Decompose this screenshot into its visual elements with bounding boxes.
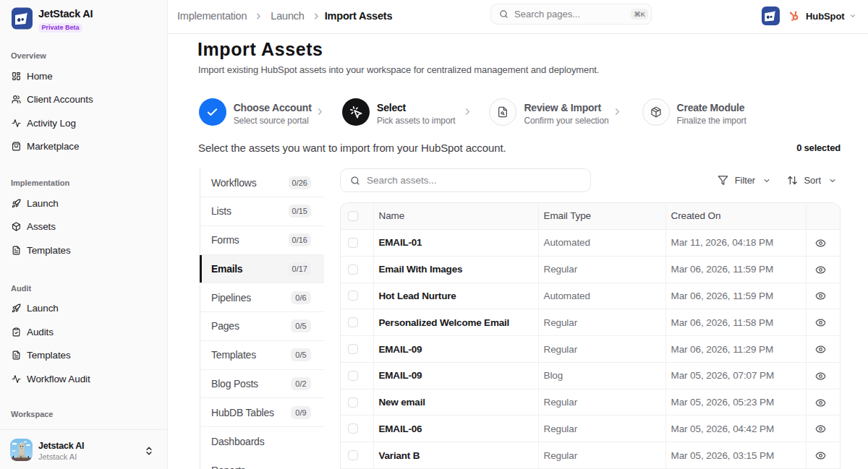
tab-pages[interactable]: Pages 0/5 — [200, 312, 324, 341]
chevron-right-icon — [612, 106, 623, 117]
sidebar-item-audit-launch[interactable]: Launch — [0, 297, 167, 321]
breadcrumb-item[interactable]: Launch — [271, 10, 304, 22]
sidebar-item-label: Audits — [27, 327, 54, 337]
asset-created: Mar 05, 2026, 05:23 PM — [665, 389, 806, 416]
tab-templates[interactable]: Templates 0/5 — [200, 341, 324, 370]
eye-icon[interactable] — [815, 423, 826, 434]
row-checkbox[interactable] — [348, 291, 358, 301]
asset-created: Mar 05, 2026, 07:07 PM — [665, 362, 806, 389]
sidebar-item-assets[interactable]: Assets — [0, 215, 167, 239]
sidebar-item-label: Client Accounts — [27, 94, 93, 105]
jetstack-logo-icon[interactable] — [762, 7, 780, 25]
step-text: Review & Import Confirm your selection — [524, 98, 608, 126]
sidebar-item-label: Workflow Audit — [27, 374, 90, 384]
tab-pipelines[interactable]: Pipelines 0/6 — [200, 283, 324, 312]
sidebar-item-marketplace[interactable]: Marketplace — [0, 135, 167, 159]
table-row[interactable]: Variant B Regular Mar 05, 2026, 03:15 PM — [341, 442, 840, 469]
eye-icon[interactable] — [815, 371, 826, 382]
eye-icon[interactable] — [815, 397, 826, 408]
tab-count-badge: 0/26 — [289, 176, 311, 189]
step-review-import: Review & Import Confirm your selection — [489, 98, 608, 126]
sort-button[interactable]: Sort — [787, 175, 837, 186]
chevron-down-icon — [849, 12, 856, 20]
eye-icon[interactable] — [815, 238, 826, 249]
tab-workflows[interactable]: Workflows 0/26 — [200, 168, 324, 197]
step-subtitle: Pick assets to import — [377, 116, 456, 126]
activity-icon — [11, 118, 21, 128]
step-text: Choose Account Select source portal — [234, 98, 312, 126]
asset-search[interactable] — [340, 168, 591, 192]
workspace-switcher[interactable]: Jetstack AI Jetstack AI — [10, 439, 157, 462]
tab-dashboards[interactable]: Dashboards — [200, 427, 324, 456]
asset-name: EMAIL-06 — [373, 416, 538, 442]
global-search[interactable]: ⌘K — [490, 4, 652, 25]
asset-created: Mar 06, 2026, 11:59 PM — [665, 256, 806, 283]
table-row[interactable]: New email Regular Mar 05, 2026, 05:23 PM — [341, 389, 840, 416]
chevron-right-icon — [462, 106, 473, 117]
eye-icon[interactable] — [815, 291, 826, 301]
selection-hint-row: Select the assets you want to import fro… — [198, 142, 841, 154]
eye-icon[interactable] — [815, 450, 826, 461]
sidebar-item-templates[interactable]: Templates — [0, 238, 167, 262]
workspace-meta: Jetstack AI Jetstack AI — [38, 439, 138, 462]
row-checkbox[interactable] — [348, 397, 358, 408]
row-checkbox[interactable] — [348, 317, 358, 327]
column-header-email-type[interactable]: Email Type — [538, 203, 665, 230]
sidebar-item-launch[interactable]: Launch — [0, 192, 167, 215]
row-checkbox[interactable] — [348, 450, 358, 460]
table-row[interactable]: EMAIL-09 Regular Mar 06, 2026, 11:29 PM — [341, 336, 840, 363]
eye-icon[interactable] — [815, 344, 826, 355]
sidebar-item-home[interactable]: Home — [0, 64, 167, 88]
tab-count-badge: 0/5 — [291, 348, 311, 361]
breadcrumb: Implementation Launch Import Assets — [177, 0, 392, 32]
row-checkbox[interactable] — [348, 344, 358, 354]
asset-search-input[interactable] — [367, 175, 583, 186]
row-checkbox[interactable] — [348, 238, 358, 248]
chevron-right-icon — [254, 12, 263, 21]
sort-label: Sort — [804, 175, 821, 186]
table-row[interactable]: EMAIL-09 Blog Mar 05, 2026, 07:07 PM — [341, 362, 840, 389]
select-all-checkbox[interactable] — [348, 211, 358, 221]
sidebar-item-client-accounts[interactable]: Client Accounts — [0, 88, 167, 112]
step-title: Create Module — [677, 102, 746, 113]
chevron-right-icon — [315, 106, 326, 117]
workspace-subtitle: Jetstack AI — [38, 452, 138, 462]
sidebar-item-activity-log[interactable]: Activity Log — [0, 111, 167, 135]
tab-hubdb-tables[interactable]: HubDB Tables 0/9 — [200, 398, 324, 427]
asset-type: Regular — [538, 336, 665, 363]
row-checkbox[interactable] — [348, 264, 358, 275]
tab-emails[interactable]: Emails 0/17 — [200, 255, 324, 284]
sidebar-item-audits[interactable]: Audits — [0, 320, 167, 344]
table-row[interactable]: Hot Lead Nurture Automated Mar 06, 2026,… — [341, 283, 840, 309]
asset-name: EMAIL-09 — [373, 336, 538, 363]
table-row[interactable]: Personalized Welcome Email Regular Mar 0… — [341, 309, 840, 336]
account-switcher[interactable]: HubSpot — [789, 0, 856, 32]
table-row[interactable]: EMAIL-06 Regular Mar 05, 2026, 04:42 PM — [341, 416, 840, 442]
eye-icon[interactable] — [815, 317, 826, 328]
column-header-created-on[interactable]: Created On — [665, 203, 806, 230]
table-row[interactable]: Email With Images Regular Mar 06, 2026, … — [341, 256, 840, 283]
toolbar-right: Filter Sort — [718, 175, 841, 186]
search-input[interactable] — [514, 9, 625, 20]
shopping-bag-icon — [11, 142, 21, 152]
tab-blog-posts[interactable]: Blog Posts 0/2 — [200, 370, 324, 399]
sidebar-item-workflow-audit[interactable]: Workflow Audit — [0, 367, 167, 391]
topbar: Implementation Launch Import Assets ⌘K — [168, 0, 868, 34]
asset-type: Regular — [538, 442, 665, 469]
filter-button[interactable]: Filter — [718, 175, 771, 186]
row-checkbox[interactable] — [348, 423, 358, 434]
activity-icon — [11, 374, 21, 384]
column-header-name[interactable]: Name — [373, 203, 538, 230]
sidebar-item-audit-templates[interactable]: Templates — [0, 344, 167, 368]
breadcrumb-item[interactable]: Implementation — [177, 10, 247, 22]
asset-name: Email With Images — [373, 256, 538, 283]
row-checkbox[interactable] — [348, 371, 358, 381]
sidebar-item-label: Launch — [27, 303, 59, 314]
tab-forms[interactable]: Forms 0/16 — [200, 226, 324, 255]
tab-reports[interactable]: Reports — [200, 456, 324, 469]
table-row[interactable]: EMAIL-01 Automated Mar 11, 2026, 04:18 P… — [341, 230, 840, 257]
tab-lists[interactable]: Lists 0/15 — [200, 197, 324, 226]
app-window: Implementation Launch Import Assets ⌘K — [0, 0, 868, 469]
eye-icon[interactable] — [815, 264, 826, 275]
breadcrumb-current: Import Assets — [325, 10, 393, 22]
